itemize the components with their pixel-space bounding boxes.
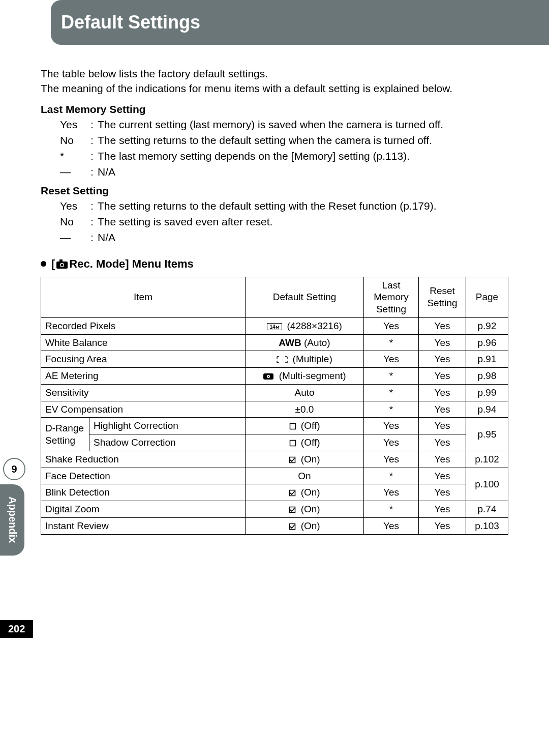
unchecked-icon xyxy=(289,440,296,447)
rs-row-yes: Yes : The setting returns to the default… xyxy=(60,199,508,214)
intro-line-2: The meaning of the indications for menu … xyxy=(41,81,508,96)
bracket-open: [ xyxy=(51,257,55,271)
svg-point-8 xyxy=(268,376,269,377)
rs-row-dash: — : N/A xyxy=(60,230,508,245)
menu-header-text: Rec. Mode] Menu Items xyxy=(69,257,193,271)
table-row: Shake Reduction (On) Yes Yes p.102 xyxy=(41,451,508,468)
page-title: Default Settings xyxy=(61,12,200,33)
checked-icon xyxy=(289,489,296,497)
col-default: Default Setting xyxy=(246,277,364,317)
intro-text: The table below lists the factory defaul… xyxy=(41,66,508,96)
focus-multi-icon xyxy=(277,356,288,363)
svg-point-3 xyxy=(61,264,64,266)
rec-mode-menu-header: [ Rec. Mode] Menu Items xyxy=(41,257,508,271)
lm-row-no: No : The setting returns to the default … xyxy=(60,133,508,148)
lm-val: The current setting (last memory) is sav… xyxy=(98,118,508,132)
table-row: White Balance AWB (Auto) * Yes p.96 xyxy=(41,334,508,351)
svg-rect-1 xyxy=(59,259,63,262)
intro-line-1: The table below lists the factory defaul… xyxy=(41,66,508,81)
chapter-name-label: Appendix xyxy=(0,484,24,556)
page-number: 202 xyxy=(0,620,33,638)
unchecked-icon xyxy=(289,423,296,430)
rs-row-no: No : The setting is saved even after res… xyxy=(60,215,508,229)
content-area: The table below lists the factory defaul… xyxy=(41,66,508,535)
col-reset: ResetSetting xyxy=(419,277,466,317)
lm-key: Yes xyxy=(60,118,90,132)
bullet-icon xyxy=(41,261,46,267)
table-row: EV Compensation ±0.0 * Yes p.94 xyxy=(41,401,508,418)
appendix-side-tab: 9 Appendix xyxy=(0,458,26,556)
col-item: Item xyxy=(41,277,246,317)
col-page: Page xyxy=(466,277,508,317)
table-row: Shadow Correction (Off) Yes Yes xyxy=(41,434,508,451)
14m-icon: 14ᴍ xyxy=(267,323,282,330)
camera-icon xyxy=(56,259,68,269)
svg-rect-9 xyxy=(290,424,295,429)
settings-table: Item Default Setting LastMemorySetting R… xyxy=(41,277,508,535)
page-header: Default Settings xyxy=(51,0,549,45)
table-row: AE Metering (Multi-segment) * Yes p.98 xyxy=(41,368,508,385)
last-memory-heading: Last Memory Setting xyxy=(41,103,508,115)
table-row: Instant Review (On) Yes Yes p.103 xyxy=(41,517,508,534)
multiseg-icon xyxy=(263,373,274,380)
svg-rect-10 xyxy=(290,441,295,446)
lm-row-star: * : The last memory setting depends on t… xyxy=(60,149,508,164)
table-row: Blink Detection (On) Yes Yes xyxy=(41,484,508,501)
table-row: D-RangeSetting Highlight Correction (Off… xyxy=(41,418,508,434)
table-row: Recorded Pixels 14ᴍ (4288×3216) Yes Yes … xyxy=(41,317,508,334)
table-row: Sensitivity Auto * Yes p.99 xyxy=(41,384,508,401)
checked-icon xyxy=(289,456,296,463)
checked-icon xyxy=(289,506,296,513)
table-row: Face Detection On * Yes p.100 xyxy=(41,468,508,484)
svg-text:14ᴍ: 14ᴍ xyxy=(270,324,280,330)
table-row: Digital Zoom (On) * Yes p.74 xyxy=(41,501,508,518)
checked-icon xyxy=(289,523,296,530)
lm-row-yes: Yes : The current setting (last memory) … xyxy=(60,118,508,132)
table-row: Focusing Area (Multiple) Yes Yes p.91 xyxy=(41,351,508,368)
chapter-number-badge: 9 xyxy=(3,458,25,480)
col-last: LastMemorySetting xyxy=(364,277,419,317)
table-header-row: Item Default Setting LastMemorySetting R… xyxy=(41,277,508,317)
reset-heading: Reset Setting xyxy=(41,185,508,197)
lm-row-dash: — : N/A xyxy=(60,165,508,180)
